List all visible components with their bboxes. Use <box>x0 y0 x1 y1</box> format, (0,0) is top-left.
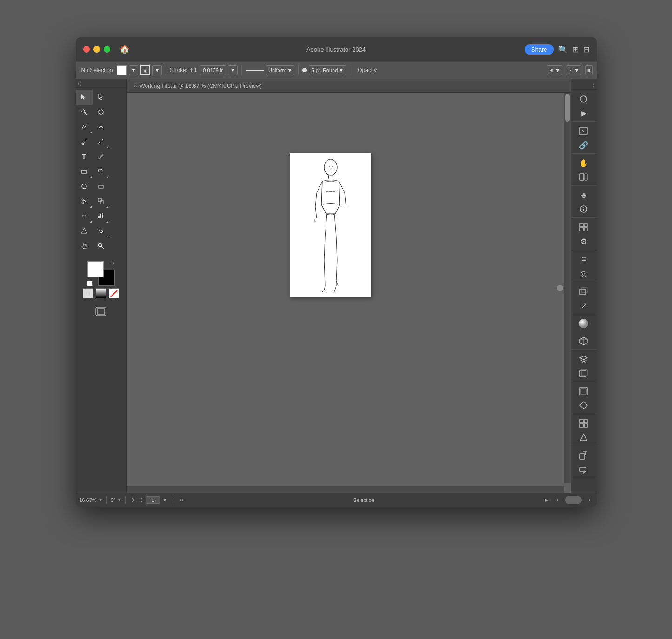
stroke-dropdown[interactable]: ▼ <box>152 65 162 75</box>
right-panel-collapse[interactable]: ⟩⟩ <box>571 81 597 90</box>
vertical-scrollbar-thumb[interactable] <box>565 94 570 122</box>
search-button[interactable]: 🔍 <box>559 45 568 54</box>
align-icon[interactable]: ≡ <box>576 253 591 266</box>
lasso-tool[interactable] <box>93 105 109 119</box>
close-button[interactable] <box>83 46 90 53</box>
minimize-button[interactable] <box>93 46 100 53</box>
artboard-tool[interactable] <box>76 224 93 238</box>
link-icon[interactable]: 🔗 <box>576 138 591 152</box>
paintbucket-tool[interactable] <box>93 164 109 179</box>
round-cap-icon <box>302 68 307 72</box>
artboards-icon[interactable] <box>576 385 591 398</box>
first-page-btn[interactable]: ⟨⟨ <box>129 496 137 504</box>
stroke-value[interactable]: 0.0139 ir <box>200 65 226 75</box>
panel-collapse[interactable]: ⟨⟨ <box>76 79 126 88</box>
layers-icon[interactable] <box>576 353 591 366</box>
slice-tool[interactable] <box>93 224 109 238</box>
zoom-tool[interactable] <box>93 238 109 253</box>
rotation-value[interactable]: 0° <box>111 497 116 503</box>
image-icon[interactable] <box>576 125 591 138</box>
maximize-button[interactable] <box>104 46 110 53</box>
fill-swatch[interactable] <box>117 65 127 75</box>
page-input[interactable] <box>146 496 160 504</box>
vertical-scrollbar[interactable] <box>564 93 571 483</box>
symbols-icon[interactable] <box>576 399 591 412</box>
share-icon[interactable] <box>576 449 591 462</box>
export-icon[interactable]: ↗ <box>576 299 591 312</box>
artboard-tool-bottom-btn[interactable] <box>93 304 109 319</box>
clubs-icon[interactable]: ♣ <box>576 189 591 202</box>
next-page-btn[interactable]: ⟩ <box>169 496 177 504</box>
info-icon[interactable] <box>576 203 591 216</box>
settings-icon[interactable]: ⚙ <box>576 235 591 248</box>
uniform-section: Uniform ▼ <box>246 65 294 75</box>
touch-icon[interactable]: ✋ <box>576 157 591 170</box>
type-tool[interactable]: T <box>76 149 93 164</box>
radial-icon[interactable]: ◎ <box>576 267 591 280</box>
eraser-tool[interactable] <box>93 179 109 194</box>
zoom-dropdown-arrow[interactable]: ▼ <box>99 498 103 502</box>
share-button[interactable]: Share <box>525 44 554 55</box>
stroke-cap-dropdown[interactable]: 5 pt. Round ▼ <box>309 65 346 75</box>
pathfinder-icon[interactable] <box>576 431 591 444</box>
annotation-icon[interactable] <box>576 463 591 476</box>
prev-page-btn[interactable]: ⟨ <box>138 496 145 504</box>
selection-tool[interactable] <box>76 90 93 105</box>
cube-icon[interactable] <box>576 335 591 348</box>
stroke-unit-dropdown[interactable]: ▼ <box>228 65 238 75</box>
play-icon[interactable]: ▶ <box>576 106 591 119</box>
status-prev-btn[interactable]: ▶ <box>543 496 550 504</box>
svg-line-26 <box>333 175 333 179</box>
tab-close-button[interactable]: × <box>134 83 137 88</box>
status-forward-btn[interactable]: ⟩ <box>586 496 593 504</box>
paintbrush-tool[interactable] <box>76 134 93 149</box>
magic-wand-tool[interactable] <box>76 105 93 119</box>
zoom-value[interactable]: 16.67% <box>80 497 97 503</box>
stroke-profile-dropdown[interactable]: Uniform ▼ <box>266 65 294 75</box>
more-options-dropdown[interactable]: ≡ <box>585 65 592 75</box>
tool-row-8 <box>76 194 126 209</box>
fill-dropdown[interactable]: ▼ <box>129 65 139 75</box>
foreground-color[interactable] <box>87 261 104 277</box>
svg-rect-35 <box>583 209 584 211</box>
library-icon[interactable] <box>576 171 591 184</box>
horizontal-scrollbar[interactable] <box>127 486 564 493</box>
none-mode-icon[interactable] <box>109 288 119 298</box>
curvature-tool[interactable] <box>93 119 109 134</box>
normal-mode-icon[interactable]: □ <box>83 288 93 298</box>
status-toggle[interactable] <box>565 496 582 504</box>
grid-icon[interactable] <box>576 221 591 234</box>
last-page-btn[interactable]: ⟩⟩ <box>178 496 185 504</box>
color-guide-icon[interactable] <box>576 92 591 105</box>
document-tab[interactable]: × Working File.ai @ 16.67 % (CMYK/CPU Pr… <box>131 81 266 91</box>
grid-view-button[interactable]: ⊞ <box>572 45 579 54</box>
pages-icon[interactable] <box>576 367 591 380</box>
stroke-box[interactable]: ▣ <box>140 65 150 75</box>
view-options-dropdown[interactable]: ⊞ ▼ <box>547 65 562 75</box>
transform-icon[interactable] <box>576 285 591 298</box>
page-dropdown-arrow[interactable]: ▼ <box>161 496 168 504</box>
direct-selection-tool[interactable] <box>93 90 109 105</box>
align-distribute-icon[interactable] <box>576 417 591 430</box>
sphere-icon[interactable] <box>576 317 591 330</box>
pencil-tool[interactable] <box>93 134 109 149</box>
rotation-dropdown-arrow[interactable]: ▼ <box>117 498 121 502</box>
chart-tool[interactable] <box>93 209 109 224</box>
scale-tool[interactable] <box>93 194 109 209</box>
hand-tool[interactable] <box>76 238 93 253</box>
rectangle-tool[interactable] <box>76 164 93 179</box>
warp-tool[interactable] <box>76 209 93 224</box>
swap-colors[interactable]: ⇄ <box>111 261 115 265</box>
scissors-tool[interactable] <box>76 194 93 209</box>
gradient-mode-icon[interactable] <box>96 288 106 298</box>
status-back-btn[interactable]: ⟨ <box>554 496 561 504</box>
pen-tool[interactable] <box>76 119 93 134</box>
canvas-area[interactable] <box>127 93 571 493</box>
no-selection-label: No Selection <box>80 67 115 73</box>
arrange-dropdown[interactable]: ⊡ ▼ <box>566 65 581 75</box>
panel-button[interactable]: ⊟ <box>583 45 589 54</box>
blob-brush-tool[interactable] <box>76 179 93 194</box>
reset-colors[interactable] <box>87 281 93 286</box>
home-icon[interactable]: 🏠 <box>120 44 130 54</box>
line-tool[interactable] <box>93 149 109 164</box>
